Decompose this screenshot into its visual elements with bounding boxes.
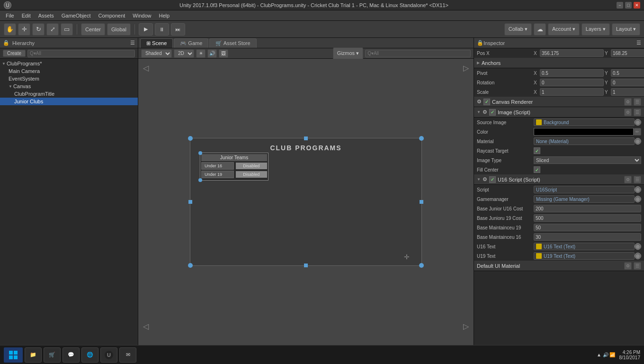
hand-tool[interactable]: ✋ — [4, 23, 16, 36]
u16-script-header[interactable]: ▼ ⚙ ✓ U16 Script (Script) ⚙ ☰ — [474, 174, 644, 185]
pivotx-input[interactable]: 0.5 — [540, 69, 604, 77]
gamemanager-picker[interactable]: ◎ — [635, 196, 641, 202]
color-swatch[interactable] — [534, 128, 634, 136]
hierarchy-item-canvas[interactable]: ▼ Canvas — [0, 82, 138, 90]
image-script-header[interactable]: ▼ ⚙ ✓ Image (Script) ⚙ ☰ — [474, 107, 644, 118]
image-script-enabled[interactable]: ✓ — [489, 109, 496, 116]
material-value[interactable]: None (Material) — [534, 137, 635, 145]
maximize-button[interactable]: □ — [625, 2, 632, 9]
under16-button[interactable]: Under 16 — [201, 162, 234, 170]
inspector-menu-icon[interactable]: ☰ — [636, 40, 641, 46]
play-button[interactable]: ▶ — [139, 23, 153, 36]
close-button[interactable]: ✕ — [634, 2, 640, 9]
tab-game[interactable]: 🎮 Game — [174, 38, 208, 48]
hierarchy-item-eventsystem[interactable]: EventSystem — [0, 75, 138, 82]
menu-window[interactable]: Window — [129, 12, 155, 19]
anchors-header[interactable]: ▶ Anchors — [474, 58, 644, 68]
scene-view[interactable]: ◁ ▷ ◁ ▷ CLUB PROGRAMS — [138, 59, 474, 345]
canvas-renderer-header[interactable]: ⚙ ✓ Canvas Renderer ⚙ ☰ — [474, 97, 644, 107]
shading-dropdown[interactable]: Shaded — [141, 49, 172, 58]
hierarchy-item-juniorclubs[interactable]: Junior Clubs — [0, 98, 138, 105]
hierarchy-create-button[interactable]: Create — [3, 50, 26, 57]
hierarchy-search-input[interactable] — [27, 50, 135, 57]
scene-search-input[interactable] — [365, 50, 471, 57]
hierarchy-menu-icon[interactable]: ☰ — [130, 40, 135, 46]
base-u16-input[interactable]: 200 — [534, 205, 641, 212]
minimize-button[interactable]: − — [617, 2, 623, 9]
global-toggle[interactable]: Global — [107, 23, 131, 36]
layout-dropdown[interactable]: Layout ▾ — [612, 23, 640, 36]
tab-scene[interactable]: ⊞ Scene — [140, 38, 173, 48]
hierarchy-item-clubprograms[interactable]: ▼ ClubPrograms* — [0, 60, 138, 67]
2d-toggle[interactable]: 2D — [174, 49, 194, 58]
canvas-renderer-menu[interactable]: ☰ — [634, 98, 641, 106]
rotx-input[interactable]: 0 — [540, 79, 604, 86]
u19text-value[interactable]: U19 Text (Text) — [534, 252, 635, 260]
pivoty-input[interactable]: 0.5 — [611, 69, 644, 77]
taskbar-chat[interactable]: 💬 — [63, 347, 80, 363]
image-script-menu[interactable]: ☰ — [634, 109, 641, 116]
default-ui-settings[interactable]: ⚙ — [624, 262, 632, 270]
u16-script-menu[interactable]: ☰ — [634, 176, 641, 183]
collab-button[interactable]: Collab ▾ — [504, 23, 532, 36]
u19text-picker[interactable]: ◎ — [635, 253, 641, 259]
canvas-renderer-enabled[interactable]: ✓ — [483, 99, 490, 105]
tab-asset-store[interactable]: 🛒 Asset Store — [209, 38, 256, 48]
hierarchy-item-clubprogramtitle[interactable]: ClubProgramTitle — [0, 90, 138, 98]
source-image-value[interactable]: Background — [534, 118, 635, 126]
base-u19-input[interactable]: 500 — [534, 214, 641, 222]
source-image-picker[interactable]: ◎ — [635, 119, 641, 126]
account-button[interactable]: Account ▾ — [548, 23, 580, 36]
taskbar-store[interactable]: 🛒 — [44, 347, 61, 363]
move-tool[interactable]: ✛ — [18, 23, 30, 36]
scalex-input[interactable]: 1 — [540, 88, 604, 96]
pause-button[interactable]: ⏸ — [155, 23, 169, 36]
scene-light-toggle[interactable]: ☀ — [196, 49, 206, 58]
scaley-input[interactable]: 1 — [611, 88, 644, 96]
base-maint16-input[interactable]: 30 — [534, 233, 641, 241]
script-value[interactable]: U16Script — [534, 186, 635, 193]
fill-center-checkbox[interactable]: ✓ — [534, 166, 540, 173]
hierarchy-item-maincamera[interactable]: Main Camera — [0, 67, 138, 75]
taskbar-explorer[interactable]: 📁 — [25, 347, 42, 363]
handle-mid-right[interactable] — [420, 200, 423, 204]
step-button[interactable]: ⏭ — [171, 23, 185, 36]
scene-fx-toggle[interactable]: 🖼 — [219, 49, 228, 58]
handle-mid-bottom[interactable] — [304, 264, 308, 267]
handle-bl[interactable] — [188, 263, 193, 268]
script-picker[interactable]: ◎ — [635, 186, 641, 193]
u16text-value[interactable]: U16 Text (Text) — [534, 243, 635, 250]
menu-file[interactable]: File — [2, 12, 18, 19]
scene-audio-toggle[interactable]: 🔊 — [207, 49, 217, 58]
posx-input[interactable]: 356.175 — [540, 49, 604, 57]
base-maint19-input[interactable]: 50 — [534, 224, 641, 231]
raycast-checkbox[interactable]: ✓ — [534, 147, 540, 154]
u16-script-enabled[interactable]: ✓ — [489, 176, 496, 183]
color-picker-icon[interactable]: ✏ — [634, 128, 641, 136]
roty-input[interactable]: 0 — [611, 79, 644, 86]
handle-mid-top[interactable] — [304, 136, 308, 140]
handle-tr[interactable] — [419, 136, 424, 141]
image-script-settings[interactable]: ⚙ — [624, 109, 632, 116]
center-toggle[interactable]: Center — [81, 23, 105, 36]
posy-input[interactable]: 168.25 — [611, 49, 644, 57]
default-ui-menu[interactable]: ☰ — [634, 262, 641, 270]
start-button[interactable] — [4, 347, 23, 363]
gizmos-dropdown[interactable]: Gizmos ▾ — [333, 47, 363, 60]
taskbar-unity[interactable]: U — [100, 347, 117, 363]
menu-gameobject[interactable]: GameObject — [58, 12, 95, 19]
rect-tool[interactable]: ▭ — [61, 23, 73, 36]
menu-component[interactable]: Component — [94, 12, 129, 19]
u16-script-settings[interactable]: ⚙ — [624, 176, 632, 183]
taskbar-email[interactable]: ✉ — [119, 347, 136, 363]
scale-tool[interactable]: ⤢ — [46, 23, 59, 36]
menu-edit[interactable]: Edit — [18, 12, 35, 19]
handle-tl[interactable] — [188, 136, 193, 141]
menu-assets[interactable]: Assets — [35, 12, 58, 19]
gamemanager-value[interactable]: Missing (Game Manager) — [534, 195, 635, 203]
image-type-dropdown[interactable]: Sliced Simple Tiled Filled — [534, 156, 641, 164]
canvas-renderer-settings[interactable]: ⚙ — [624, 98, 632, 106]
handle-br[interactable] — [419, 263, 424, 268]
under19-button[interactable]: Under 19 — [201, 171, 234, 178]
menu-help[interactable]: Help — [155, 12, 173, 19]
